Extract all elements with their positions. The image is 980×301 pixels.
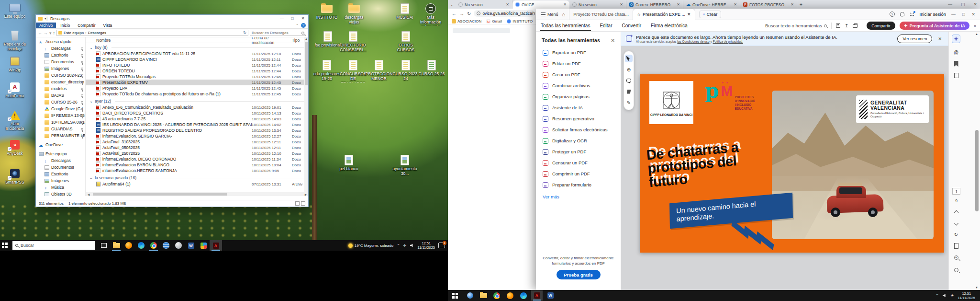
sidebar-item[interactable]: modelos xyxy=(36,85,85,92)
desktop-icon-abrir-incidencia[interactable]: Abrir Incidencia xyxy=(1,109,29,131)
back-icon[interactable]: ← xyxy=(452,11,457,16)
tab-close-icon[interactable]: ✕ xyxy=(687,12,691,17)
file-row[interactable]: APROBACION PARTICIPACION TOT edu 11-11-2… xyxy=(86,51,304,57)
zoom-in-icon[interactable]: + xyxy=(952,253,960,262)
bookmark-item[interactable]: Gmail xyxy=(486,19,502,23)
file-row[interactable]: CIPFP LEONARDO DA VINCI 11/11/2025 12:11… xyxy=(86,57,304,62)
taskbar-search-input[interactable]: Buscar xyxy=(12,241,95,250)
ai-assistant-button[interactable]: Pregunta al Asistente de IA xyxy=(900,22,969,30)
tab-close-icon[interactable]: ✕ xyxy=(620,2,623,7)
desktop-icon-directorio-consejeria[interactable]: DIRECTORIO CONSEJERI... xyxy=(339,31,367,53)
ribbon-tab[interactable]: Vista xyxy=(100,23,116,28)
fit-page-icon[interactable] xyxy=(952,242,960,250)
tool-item[interactable]: Digitalizar y OCR xyxy=(536,135,621,146)
file-row[interactable]: Presentación EXPE TMV 11/11/2025 12:45 D… xyxy=(86,80,304,85)
browser-tab[interactable]: OneDrive: HERRERO ORDEJON ✕ xyxy=(683,0,740,9)
file-row[interactable]: Proyecto EPA 11/11/2025 12:45 Docu xyxy=(86,85,304,91)
notification-center-button[interactable]: 1 xyxy=(438,243,445,248)
tool-item[interactable]: Resumen generativo xyxy=(536,113,621,124)
start-button[interactable] xyxy=(0,240,12,251)
print-icon[interactable] xyxy=(853,24,858,28)
network-icon[interactable]: ✈ xyxy=(403,243,407,248)
sidebar-quick-access[interactable]: Acceso rápido xyxy=(36,38,85,45)
taskbar-acrobat[interactable] xyxy=(210,240,222,251)
taskbar-file-explorer[interactable] xyxy=(478,290,489,301)
view-summary-button[interactable]: Ver resumen xyxy=(897,35,932,43)
file-row[interactable]: Proyecto TOTedu De chatarras a prototipo… xyxy=(86,91,304,97)
desktop-icon-otros-cursos[interactable]: OTROS CURSOS xyxy=(392,31,420,53)
sidebar-item[interactable]: Escritorio xyxy=(36,171,85,177)
recent-dropdown-icon[interactable]: ▾ xyxy=(49,31,52,35)
forward-icon[interactable]: → xyxy=(44,31,48,35)
file-row[interactable]: ActaFinal_31032025 10/11/2025 12:11 Docu xyxy=(86,139,304,145)
column-header-date[interactable]: Fecha de modificación xyxy=(252,37,292,45)
taskbar-browser-globe[interactable] xyxy=(160,240,172,251)
tab-close-icon[interactable]: ✕ xyxy=(677,2,680,7)
group-header-semana-pasada[interactable]: ⌄la semana pasada (16) xyxy=(86,174,304,181)
document-tab[interactable]: Proyecto TOTedu De chata... xyxy=(569,9,633,20)
highlight-tool[interactable] xyxy=(625,88,633,95)
menubar-item[interactable]: Convertir xyxy=(617,20,646,31)
scrollbar-thumb[interactable] xyxy=(305,42,308,85)
desktop-icon-winzip[interactable]: WinZip xyxy=(1,56,29,73)
desktop-icon-curso-25-26[interactable]: CURSO 25-26 xyxy=(418,59,445,77)
sidebar-item[interactable]: Música xyxy=(36,184,85,191)
help-icon[interactable]: ? xyxy=(301,23,306,28)
taskbar-tiles-app[interactable] xyxy=(197,240,210,251)
file-row[interactable]: 43 acta ordinaria 7-7-25 10/11/2025 14:0… xyxy=(86,116,304,122)
file-row[interactable]: REGISTRO SALIDAS PROFESORADO DEL CENTRO … xyxy=(86,127,304,133)
sidebar-item[interactable]: Descargas xyxy=(36,45,85,52)
tab-search-icon[interactable]: ⌄ xyxy=(448,2,456,7)
sidebar-item[interactable]: 8ª REMESA 13-05-25 xyxy=(36,112,85,119)
quick-access-toolbar-icon[interactable]: ▾│ xyxy=(45,17,48,21)
ribbon-tab[interactable]: Compartir xyxy=(74,23,99,28)
desktop-icon-este-equipo[interactable]: Este equipo xyxy=(1,2,29,19)
bookmarks-panel-icon[interactable] xyxy=(952,59,960,68)
scrollbar-thumb[interactable] xyxy=(93,193,227,196)
sidebar-this-pc[interactable]: Este equipo xyxy=(36,150,85,157)
menubar-item[interactable]: Firma electrónica xyxy=(646,20,692,31)
file-row[interactable]: Proyecto TOTEdu Microalgas 11/11/2025 12… xyxy=(86,74,304,80)
tray-overflow-icon[interactable]: ⌃ xyxy=(397,243,400,248)
sidebar-item[interactable]: BAJAS xyxy=(36,92,85,99)
close-button[interactable]: ✕ xyxy=(973,2,977,7)
file-row[interactable]: ORDEN TOTEDU 11/11/2025 12:44 Docu xyxy=(86,68,304,74)
taskbar-word[interactable] xyxy=(545,290,556,301)
address-bar[interactable]: iovice.gva.es/oficina_tactica/?id xyxy=(474,10,535,17)
notifications-bell-icon[interactable] xyxy=(900,12,904,16)
volume-icon[interactable] xyxy=(410,243,414,247)
desktop-icon-musica[interactable]: MUSICA! xyxy=(391,3,419,20)
file-row[interactable]: DACI_DIRECTORES_CENTROS 10/11/2025 14:13… xyxy=(86,110,304,116)
explorer-search-input[interactable]: Buscar en Descargas xyxy=(250,30,306,36)
home-icon[interactable]: ⌂ xyxy=(562,12,566,17)
tab-close-icon[interactable]: ✕ xyxy=(791,2,794,7)
menu-icon[interactable] xyxy=(541,12,546,16)
explorer-titlebar[interactable]: ▾│ Descargas — □ ✕ xyxy=(36,15,308,22)
clock[interactable]: 12:5111/11/2025 xyxy=(418,241,435,250)
minimize-button[interactable]: — xyxy=(948,2,952,7)
tool-item[interactable]: Censurar un PDF xyxy=(536,157,621,168)
site-info-icon[interactable]: i xyxy=(477,12,480,15)
group-header-hoy[interactable]: ⌄hoy (8) xyxy=(86,44,304,51)
select-tool[interactable] xyxy=(625,55,633,62)
ribbon-tab[interactable]: Archivo xyxy=(36,23,56,28)
taskbar-edge[interactable] xyxy=(135,240,147,251)
sidebar-item[interactable]: Documentos xyxy=(36,164,85,171)
desktop-icon-anydesk[interactable]: »AnyDesk xyxy=(1,139,29,156)
sidebar-item[interactable]: GUARDIAS xyxy=(36,126,85,132)
tool-item[interactable]: Exportar un PDF xyxy=(536,47,621,58)
tool-item[interactable]: Asistente de IA xyxy=(536,102,621,113)
sidebar-item[interactable]: Objetos 3D xyxy=(36,191,85,196)
share-button[interactable]: Compartir xyxy=(867,22,895,30)
sidebar-item[interactable]: Documentos xyxy=(36,58,85,65)
desktop-icon-descargas-viejas[interactable]: descargas viejas xyxy=(340,3,368,25)
rotate-page-icon[interactable]: ↻ xyxy=(952,230,960,239)
file-row[interactable]: ActaFinal_25072025 10/11/2025 12:10 Docu xyxy=(86,150,304,156)
tool-item[interactable]: Preparar formulario xyxy=(536,179,621,190)
browser-tab[interactable]: No sesion ✕ xyxy=(569,0,626,9)
document-scrollbar[interactable] xyxy=(975,36,979,285)
signin-button[interactable]: Iniciar sesión xyxy=(920,12,946,17)
address-bar[interactable]: Este equipo › Descargas ↻ xyxy=(56,30,248,36)
tab-close-icon[interactable]: ✕ xyxy=(506,2,509,7)
upload-cloud-icon[interactable]: ↥ xyxy=(845,23,848,28)
